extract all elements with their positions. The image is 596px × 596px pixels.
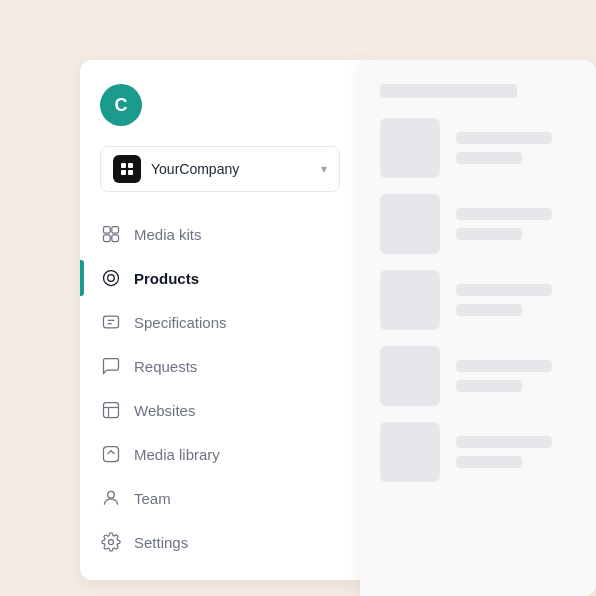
- logo-area: C: [80, 84, 360, 146]
- svg-rect-5: [112, 227, 119, 234]
- svg-rect-7: [112, 235, 119, 242]
- svg-rect-3: [128, 170, 133, 175]
- svg-rect-6: [104, 235, 111, 242]
- skeleton-thumb: [380, 118, 440, 178]
- sidebar-item-specifications[interactable]: Specifications: [80, 300, 360, 344]
- specifications-icon: [100, 311, 122, 333]
- sidebar-item-websites[interactable]: Websites: [80, 388, 360, 432]
- skeleton-line: [456, 436, 552, 448]
- skeleton-line: [456, 228, 522, 240]
- svg-rect-10: [104, 316, 119, 328]
- skeleton-thumb: [380, 270, 440, 330]
- skeleton-line: [456, 360, 552, 372]
- main-content: [360, 60, 596, 596]
- company-icon: [113, 155, 141, 183]
- svg-point-16: [108, 491, 115, 498]
- sidebar-item-media-library[interactable]: Media library: [80, 432, 360, 476]
- svg-point-17: [109, 540, 114, 545]
- company-name-label: YourCompany: [151, 161, 311, 177]
- sidebar-item-label: Media kits: [134, 226, 202, 243]
- skeleton-lines: [456, 132, 576, 164]
- sidebar-item-label: Media library: [134, 446, 220, 463]
- svg-point-9: [104, 271, 119, 286]
- skeleton-line: [456, 304, 522, 316]
- skeleton-line: [456, 208, 552, 220]
- skeleton-line: [456, 152, 522, 164]
- sidebar-item-team[interactable]: Team: [80, 476, 360, 520]
- skeleton-line: [456, 456, 522, 468]
- skeleton-thumb: [380, 422, 440, 482]
- svg-rect-13: [104, 403, 119, 418]
- sidebar-item-label: Team: [134, 490, 171, 507]
- skeleton-row: [380, 118, 576, 178]
- nav-list: Media kits Products: [80, 212, 360, 564]
- sidebar-item-label: Products: [134, 270, 199, 287]
- skeleton-lines: [456, 360, 576, 392]
- sidebar-item-settings[interactable]: Settings: [80, 520, 360, 564]
- sidebar-item-label: Settings: [134, 534, 188, 551]
- svg-rect-2: [121, 170, 126, 175]
- skeleton-row: [380, 346, 576, 406]
- chevron-down-icon: ▾: [321, 162, 327, 176]
- svg-rect-4: [104, 227, 111, 234]
- skeleton-line: [456, 380, 522, 392]
- skeleton-lines: [456, 284, 576, 316]
- skeleton-row: [380, 194, 576, 254]
- svg-point-8: [108, 275, 115, 282]
- requests-icon: [100, 355, 122, 377]
- sidebar-item-label: Specifications: [134, 314, 227, 331]
- svg-rect-0: [121, 163, 126, 168]
- settings-icon: [100, 531, 122, 553]
- sidebar-item-media-kits[interactable]: Media kits: [80, 212, 360, 256]
- skeleton-line: [456, 132, 552, 144]
- skeleton-thumb: [380, 194, 440, 254]
- skeleton-lines: [456, 436, 576, 468]
- skeleton-top-bar: [380, 84, 517, 98]
- media-kit-icon: [100, 223, 122, 245]
- company-selector[interactable]: YourCompany ▾: [100, 146, 340, 192]
- skeleton-line: [456, 284, 552, 296]
- sidebar-item-requests[interactable]: Requests: [80, 344, 360, 388]
- app-logo: C: [100, 84, 142, 126]
- app-container: C YourCompany ▾: [0, 0, 596, 596]
- skeleton-lines: [456, 208, 576, 240]
- company-logo-icon: [119, 161, 135, 177]
- sidebar-item-products[interactable]: Products: [80, 256, 360, 300]
- svg-rect-1: [128, 163, 133, 168]
- websites-icon: [100, 399, 122, 421]
- sidebar-item-label: Requests: [134, 358, 197, 375]
- skeleton-thumb: [380, 346, 440, 406]
- team-icon: [100, 487, 122, 509]
- media-library-icon: [100, 443, 122, 465]
- skeleton-row: [380, 270, 576, 330]
- sidebar-item-label: Websites: [134, 402, 195, 419]
- skeleton-row: [380, 422, 576, 482]
- skeleton-list: [380, 118, 576, 482]
- products-icon: [100, 267, 122, 289]
- sidebar: C YourCompany ▾: [80, 60, 360, 580]
